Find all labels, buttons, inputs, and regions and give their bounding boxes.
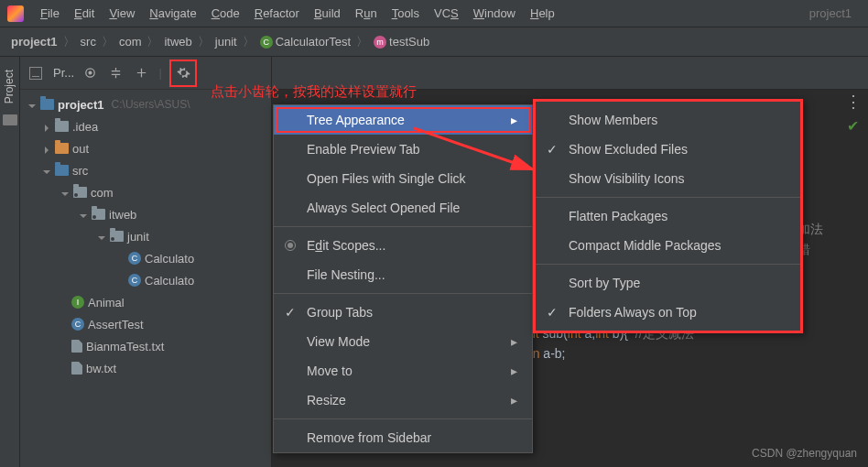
chevron-right-icon: 〉: [198, 34, 210, 50]
class-icon: C: [71, 318, 84, 331]
breadcrumb: project1 〉 src 〉 com 〉 itweb 〉 junit 〉 C…: [0, 27, 868, 57]
folder-icon: [55, 143, 69, 154]
window-icon[interactable]: [26, 63, 46, 83]
project-sidebar: Pr... | project1 C:\Users\ASUS\ .idea: [20, 57, 272, 467]
menu-show-members[interactable]: Show Members: [536, 105, 800, 135]
breadcrumb-item[interactable]: mtestSub: [374, 35, 429, 49]
inspection-ok-icon[interactable]: ✔: [847, 117, 859, 135]
menu-always-select[interactable]: Always Select Opened File: [274, 193, 532, 223]
menu-file[interactable]: File: [33, 3, 67, 24]
menu-refactor[interactable]: Refactor: [247, 3, 307, 24]
tree-item[interactable]: C Calculato: [20, 247, 271, 269]
menu-separator: [274, 293, 532, 294]
check-icon: ✓: [285, 305, 296, 320]
tree-item[interactable]: itweb: [20, 203, 271, 225]
tree-item[interactable]: C Calculato: [20, 269, 271, 291]
menu-tools[interactable]: Tools: [385, 3, 427, 24]
chevron-right-icon: ▸: [511, 334, 517, 349]
menu-file-nesting[interactable]: File Nesting...: [274, 260, 532, 289]
tree-item[interactable]: bw.txt: [20, 357, 271, 379]
tree-item[interactable]: C AssertTest: [20, 313, 271, 335]
tree-item[interactable]: junit: [20, 225, 271, 247]
tree-appearance-submenu: Show Members ✓Show Excluded Files Show V…: [533, 99, 803, 333]
menu-bar: File Edit View Navigate Code Refactor Bu…: [0, 0, 868, 27]
menu-help[interactable]: Help: [523, 3, 562, 24]
menu-folders-on-top[interactable]: ✓Folders Always on Top: [536, 298, 800, 327]
watermark: CSDN @zhengyquan: [752, 447, 857, 460]
chevron-right-icon: 〉: [63, 34, 75, 50]
project-tree: project1 C:\Users\ASUS\ .idea out src: [20, 90, 271, 467]
chevron-right-icon: 〉: [356, 34, 368, 50]
menu-remove-sidebar[interactable]: Remove from Sidebar: [274, 423, 532, 452]
menu-open-single-click[interactable]: Open Files with Single Click: [274, 164, 532, 193]
tree-item[interactable]: out: [20, 137, 271, 159]
menu-resize[interactable]: Resize▸: [274, 386, 532, 415]
menu-view-mode[interactable]: View Mode▸: [274, 327, 532, 356]
gear-icon[interactable]: [173, 63, 193, 83]
menu-enable-preview[interactable]: Enable Preview Tab: [274, 135, 532, 164]
tree-item[interactable]: src: [20, 159, 271, 181]
menu-code[interactable]: Code: [204, 3, 247, 24]
chevron-down-icon: [42, 166, 51, 175]
collapse-all-icon[interactable]: [131, 63, 151, 83]
chevron-right-icon: ▸: [511, 364, 517, 378]
window-project-name: project1: [809, 6, 861, 20]
breadcrumb-item[interactable]: junit: [215, 35, 237, 49]
menu-compact-packages[interactable]: Compact Middle Packages: [536, 231, 800, 260]
radio-icon: [285, 240, 296, 251]
menu-navigate[interactable]: Navigate: [142, 3, 203, 24]
menu-separator: [274, 226, 532, 227]
tool-strip: Project: [0, 57, 20, 467]
menu-show-excluded[interactable]: ✓Show Excluded Files: [536, 135, 800, 164]
menu-view[interactable]: View: [102, 3, 142, 24]
app-icon: [7, 5, 24, 22]
chevron-right-icon: ▸: [511, 393, 517, 407]
chevron-right-icon: 〉: [243, 34, 255, 50]
tree-item[interactable]: BianmaTest.txt: [20, 335, 271, 357]
class-icon: C: [128, 252, 141, 265]
select-target-icon[interactable]: [80, 63, 100, 83]
tree-item[interactable]: I Animal: [20, 291, 271, 313]
kebab-icon[interactable]: ⋮: [845, 92, 861, 112]
tree-item[interactable]: com: [20, 181, 271, 203]
chevron-right-icon: [42, 144, 51, 153]
editor-gutter-right: ⋮ ✔: [845, 92, 861, 135]
interface-icon: I: [71, 296, 84, 309]
method-icon: m: [374, 36, 386, 49]
tool-tab-project[interactable]: Project: [0, 64, 18, 109]
check-icon: ✓: [547, 305, 558, 320]
structure-icon[interactable]: [3, 114, 17, 125]
menu-flatten-packages[interactable]: Flatten Packages: [536, 201, 800, 231]
tool-title: Pr...: [53, 66, 74, 80]
chevron-right-icon: ▸: [511, 113, 517, 127]
tree-item[interactable]: .idea: [20, 115, 271, 137]
file-icon: [71, 340, 82, 353]
package-icon: [110, 231, 124, 242]
breadcrumb-item[interactable]: project1: [11, 35, 58, 49]
chevron-down-icon: [60, 188, 70, 197]
package-icon: [73, 187, 87, 198]
menu-move-to[interactable]: Move to▸: [274, 356, 532, 386]
menu-vcs[interactable]: VCS: [427, 3, 466, 24]
menu-separator: [274, 418, 532, 419]
breadcrumb-item[interactable]: com: [119, 35, 142, 49]
expand-all-icon[interactable]: [105, 63, 125, 83]
menu-edit-scopes[interactable]: Edit Scopes...: [274, 231, 532, 260]
chevron-right-icon: 〉: [102, 34, 114, 50]
menu-edit[interactable]: Edit: [67, 3, 102, 24]
menu-separator: [536, 197, 800, 198]
menu-build[interactable]: Build: [307, 3, 348, 24]
breadcrumb-item[interactable]: CCalculatorTest: [260, 35, 351, 49]
menu-sort-by-type[interactable]: Sort by Type: [536, 268, 800, 298]
menu-tree-appearance[interactable]: Tree Appearance▸: [274, 105, 532, 135]
menu-show-visibility[interactable]: Show Visibility Icons: [536, 164, 800, 193]
breadcrumb-item[interactable]: itweb: [164, 35, 191, 49]
divider-icon: |: [157, 63, 164, 83]
gear-menu: Tree Appearance▸ Enable Preview Tab Open…: [273, 104, 533, 453]
annotation-text: 点击小齿轮，按我的这样设置就行: [211, 83, 417, 101]
menu-run[interactable]: Run: [348, 3, 385, 24]
annotation-box-gear: [169, 60, 197, 87]
project-icon: [40, 99, 54, 110]
menu-window[interactable]: Window: [466, 3, 523, 24]
breadcrumb-item[interactable]: src: [81, 35, 96, 49]
